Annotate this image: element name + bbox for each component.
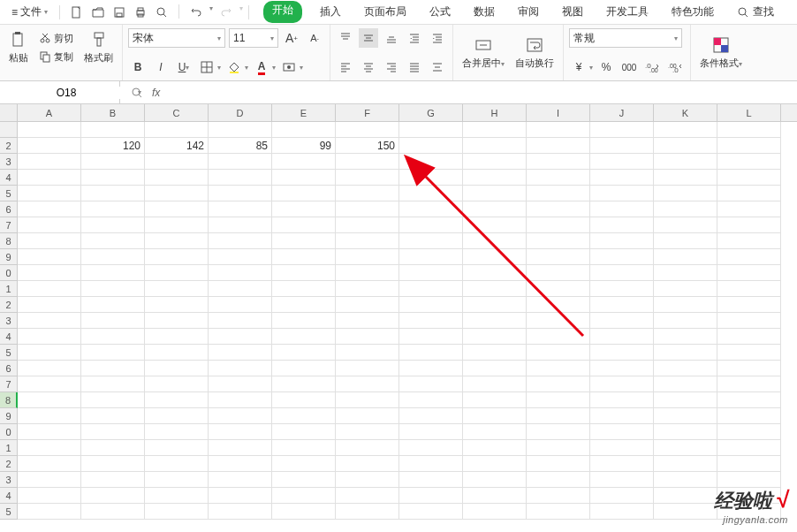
row-header[interactable]: 1	[0, 440, 18, 456]
font-name-select[interactable]: 宋体▾	[128, 28, 225, 48]
tab-formulas[interactable]: 公式	[424, 1, 456, 23]
cell[interactable]: 150	[336, 138, 399, 154]
spreadsheet-grid[interactable]: A B C D E F G H I J K L 2120142859915034…	[0, 104, 797, 520]
cell[interactable]	[399, 233, 463, 249]
cell[interactable]	[272, 424, 336, 440]
italic-button[interactable]: I	[151, 57, 171, 77]
cell[interactable]	[145, 186, 209, 201]
cell[interactable]	[18, 440, 81, 456]
cell[interactable]: 99	[272, 138, 336, 154]
select-all-corner[interactable]	[0, 104, 18, 121]
cell[interactable]	[145, 122, 209, 138]
cell[interactable]	[590, 313, 654, 329]
cell[interactable]	[717, 265, 781, 281]
cell[interactable]	[717, 424, 781, 440]
cell[interactable]	[272, 154, 336, 170]
align-top-button[interactable]	[336, 28, 355, 48]
cell[interactable]	[654, 361, 717, 376]
cell[interactable]	[81, 265, 145, 281]
cell[interactable]	[527, 170, 590, 186]
row-header[interactable]: 3	[0, 313, 18, 329]
cell[interactable]	[717, 170, 781, 186]
cell[interactable]	[18, 472, 81, 488]
col-header[interactable]: G	[399, 104, 463, 121]
cell[interactable]	[272, 201, 336, 217]
cell[interactable]	[209, 122, 272, 138]
cell[interactable]	[209, 472, 272, 488]
col-header[interactable]: K	[654, 104, 717, 121]
cell[interactable]	[654, 313, 717, 329]
percent-button[interactable]: %	[596, 57, 616, 77]
row-header[interactable]: 4	[0, 329, 18, 345]
cell[interactable]	[209, 170, 272, 186]
cell[interactable]	[336, 154, 399, 170]
cell[interactable]	[18, 170, 81, 186]
cell[interactable]	[590, 345, 654, 361]
cell[interactable]	[336, 392, 399, 408]
cell[interactable]	[463, 186, 527, 201]
cell[interactable]	[145, 361, 209, 376]
cell[interactable]	[209, 265, 272, 281]
cell[interactable]	[145, 313, 209, 329]
row-header[interactable]: 5	[0, 186, 18, 201]
cell-style-button[interactable]: ▾	[279, 57, 303, 77]
cell[interactable]	[81, 440, 145, 456]
cell[interactable]	[654, 472, 717, 488]
cell[interactable]	[463, 329, 527, 345]
justify-button[interactable]	[405, 57, 424, 77]
cell[interactable]	[272, 504, 336, 520]
cell[interactable]	[272, 488, 336, 504]
cell[interactable]	[81, 472, 145, 488]
cell[interactable]	[527, 122, 590, 138]
cell[interactable]	[463, 313, 527, 329]
cell[interactable]	[336, 122, 399, 138]
cell[interactable]	[463, 376, 527, 392]
col-header[interactable]: F	[336, 104, 399, 121]
cell[interactable]	[18, 186, 81, 201]
cell[interactable]	[272, 297, 336, 313]
cell[interactable]	[209, 297, 272, 313]
cell[interactable]	[590, 265, 654, 281]
cell[interactable]	[654, 249, 717, 265]
bold-button[interactable]: B	[128, 57, 148, 77]
cell[interactable]	[272, 440, 336, 456]
cell[interactable]	[590, 122, 654, 138]
underline-button[interactable]: U▾	[174, 57, 194, 77]
cell[interactable]	[399, 297, 463, 313]
increase-font-button[interactable]: A+	[282, 28, 301, 48]
cell[interactable]	[527, 488, 590, 504]
cell[interactable]	[272, 345, 336, 361]
cell[interactable]	[590, 281, 654, 297]
print-preview-icon[interactable]	[154, 4, 170, 20]
font-color-button[interactable]: A▾	[252, 57, 276, 77]
cell[interactable]	[717, 186, 781, 201]
cell[interactable]	[272, 217, 336, 233]
row-header[interactable]: 4	[0, 488, 18, 504]
cell[interactable]	[272, 329, 336, 345]
cell[interactable]	[145, 281, 209, 297]
tab-special[interactable]: 特色功能	[666, 1, 719, 23]
cell[interactable]	[399, 154, 463, 170]
cell[interactable]	[717, 472, 781, 488]
cell[interactable]	[717, 408, 781, 424]
cell[interactable]	[463, 233, 527, 249]
cell[interactable]	[590, 297, 654, 313]
cell[interactable]	[463, 345, 527, 361]
increase-indent-button[interactable]	[428, 28, 447, 48]
decrease-decimal-button[interactable]: .00.0	[665, 57, 685, 77]
fx-label[interactable]: fx	[152, 87, 160, 99]
cell[interactable]	[590, 408, 654, 424]
cell[interactable]	[209, 217, 272, 233]
cell[interactable]	[717, 456, 781, 472]
row-header[interactable]: 3	[0, 154, 18, 170]
cell[interactable]	[18, 281, 81, 297]
cell[interactable]	[336, 201, 399, 217]
cell[interactable]	[18, 424, 81, 440]
cell[interactable]	[527, 249, 590, 265]
cell[interactable]	[209, 281, 272, 297]
cell[interactable]	[590, 186, 654, 201]
cell[interactable]	[654, 122, 717, 138]
tab-view[interactable]: 视图	[557, 1, 588, 23]
cell[interactable]	[654, 376, 717, 392]
cell[interactable]	[81, 297, 145, 313]
